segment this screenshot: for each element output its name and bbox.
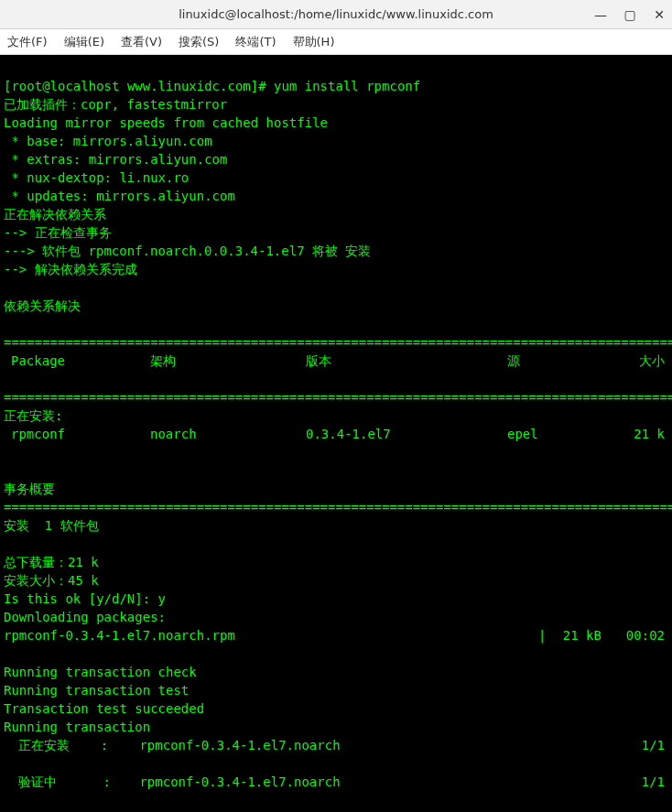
line-confirm: Is this ok [y/d/N]: y (4, 591, 166, 606)
install-label: 正在安装 : (4, 736, 132, 754)
row-version: 0.3.4-1.el7 (306, 425, 507, 443)
row-size: 21 k (617, 425, 668, 443)
command-text: yum install rpmconf (274, 79, 420, 93)
line-pkg: ---> 软件包 rpmconf.noarch.0.0.3.4-1.el7 将被… (4, 244, 371, 258)
line-checking: --> 正在检查事务 (4, 225, 112, 240)
line-installing-hdr: 正在安装: (4, 408, 62, 423)
menu-edit[interactable]: 编辑(E) (64, 34, 104, 50)
line-txtest: Running transaction test (4, 683, 189, 698)
maximize-icon: ▢ (623, 7, 635, 22)
line-install-count: 安装 1 软件包 (4, 518, 99, 533)
download-time: 00:02 (602, 626, 668, 644)
maximize-button[interactable]: ▢ (623, 7, 637, 22)
window-titlebar: linuxidc@localhost:/home/linuxidc/www.li… (0, 0, 672, 29)
row-repo: epel (507, 425, 617, 443)
menu-file[interactable]: 文件(F) (7, 34, 48, 50)
minimize-button[interactable]: — (593, 7, 608, 22)
table-row: rpmconfnoarch0.3.4-1.el7epel21 k (4, 425, 668, 443)
download-bar-icon: | (538, 626, 546, 644)
download-size: 21 kB (546, 626, 602, 644)
verify-label: 验证中 : (4, 773, 132, 791)
line-depdone: --> 解决依赖关系完成 (4, 262, 137, 276)
line-txok: Transaction test succeeded (4, 701, 204, 716)
menubar: 文件(F) 编辑(E) 查看(V) 搜索(S) 终端(T) 帮助(H) (0, 29, 672, 55)
menu-search[interactable]: 搜索(S) (179, 34, 219, 50)
line-nux: * nux-dextop: li.nux.ro (4, 170, 189, 185)
hdr-arch: 架构 (150, 352, 306, 370)
menu-view[interactable]: 查看(V) (121, 34, 162, 50)
line-extras: * extras: mirrors.aliyun.com (4, 152, 227, 167)
minimize-icon: — (594, 7, 607, 22)
install-line: 正在安装 : rpmconf-0.3.4-1.el7.noarch1/1 (4, 736, 668, 754)
row-arch: noarch (150, 425, 306, 443)
terminal-output[interactable]: [root@localhost www.linuxidc.com]# yum i… (0, 55, 672, 812)
hdr-version: 版本 (306, 352, 507, 370)
line-plugin: 已加载插件：copr, fastestmirror (4, 97, 227, 112)
window-title: linuxidc@localhost:/home/linuxidc/www.li… (179, 7, 493, 21)
line-total-dl: 总下载量：21 k (4, 555, 99, 569)
prompt-close: ]# (251, 79, 274, 93)
line-base: * base: mirrors.aliyun.com (4, 134, 212, 148)
line-updates: * updates: mirrors.aliyun.com (4, 189, 235, 203)
download-line: rpmconf-0.3.4-1.el7.noarch.rpm| 21 kB 00… (4, 626, 668, 644)
line-runtx: Running transaction (4, 720, 150, 734)
line-resolving: 正在解决依赖关系 (4, 207, 106, 222)
table-header-row: Package架构版本源大小 (4, 352, 668, 370)
download-file: rpmconf-0.3.4-1.el7.noarch.rpm (4, 626, 538, 644)
hdr-package: Package (4, 352, 150, 370)
menu-terminal[interactable]: 终端(T) (235, 34, 276, 50)
close-icon: ✕ (654, 7, 665, 22)
rule-mid: ========================================… (4, 390, 672, 405)
prompt-user: root@localhost (11, 79, 119, 93)
line-txsummary: 事务概要 (4, 482, 55, 496)
install-pkg: rpmconf-0.3.4-1.el7.noarch (132, 736, 642, 754)
menu-help[interactable]: 帮助(H) (293, 34, 335, 50)
line-install-size: 安装大小：45 k (4, 573, 99, 588)
line-txcheck: Running transaction check (4, 665, 197, 679)
close-button[interactable]: ✕ (652, 7, 667, 22)
verify-line: 验证中 : rpmconf-0.3.4-1.el7.noarch1/1 (4, 773, 668, 791)
hdr-size: 大小 (617, 352, 668, 370)
prompt-path: www.linuxidc.com (119, 79, 250, 93)
rule-bottom: ========================================… (4, 500, 672, 514)
line-downloading: Downloading packages: (4, 610, 166, 624)
line-loading: Loading mirror speeds from cached hostfi… (4, 115, 328, 130)
verify-progress: 1/1 (642, 773, 668, 791)
install-progress: 1/1 (642, 736, 668, 754)
hdr-repo: 源 (507, 352, 617, 370)
line-deptitle: 依赖关系解决 (4, 298, 81, 313)
verify-pkg: rpmconf-0.3.4-1.el7.noarch (132, 773, 642, 791)
rule-top: ========================================… (4, 335, 672, 350)
window-controls: — ▢ ✕ (593, 0, 667, 29)
row-package: rpmconf (4, 425, 150, 443)
